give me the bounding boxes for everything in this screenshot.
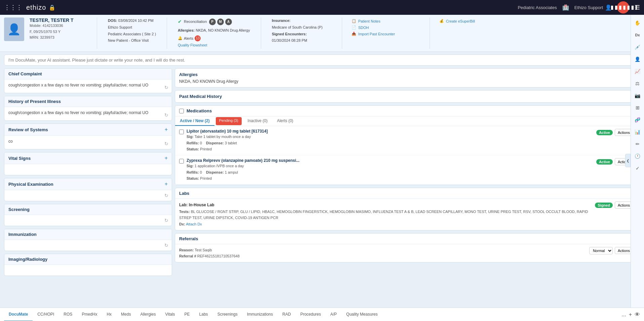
lab-actions-label: Actions <box>618 203 630 207</box>
create-esuperbill-link[interactable]: 💰 Create eSuperBill <box>439 19 508 23</box>
dx-icon[interactable]: Dx <box>632 30 643 40</box>
dispense-label-2: Dispense: <box>206 170 224 174</box>
ros-text: co <box>8 138 168 144</box>
physical-exam-header: Physical Examination + <box>4 178 172 190</box>
vital-signs-add-button[interactable]: + <box>165 155 168 161</box>
tab-inactive[interactable]: Inactive (0) <box>243 116 272 126</box>
alerts-label: Alerts <box>184 36 193 40</box>
imaging-body <box>4 265 172 276</box>
attach-dx-link[interactable]: Attach Dx <box>186 222 202 226</box>
ros-add-button[interactable]: + <box>165 127 168 133</box>
lab-item-1: Lab: In-House Lab Tests: BL GLUCOSE / RG… <box>175 199 640 230</box>
past-medical-history-title: Past Medical History <box>179 94 636 99</box>
sig-label-1: Sig: <box>187 135 194 139</box>
chief-complaint-refresh[interactable]: ↻ <box>164 85 168 90</box>
tab-pending[interactable]: Pending (3) <box>216 117 242 125</box>
med-checkbox-2[interactable] <box>179 159 184 164</box>
tab-alerts[interactable]: Alerts (0) <box>272 116 298 126</box>
medications-checkbox[interactable] <box>179 109 184 113</box>
referral-reason-value: Test Saqib <box>195 248 212 252</box>
building-icon: 🏥 <box>562 4 569 11</box>
signed-encounters-date: 01/30/2024 08:28 PM <box>272 37 331 44</box>
grid-icon[interactable]: ⋮⋮⋮ <box>4 4 22 11</box>
med-active-badge-1: Active <box>596 130 613 135</box>
right-sidebar: ❮ ✋ Dx 💉 👤 📈 ⚖ 📷 ⊞ 🧬 📊 ✏ 🕐 ✓ <box>631 15 644 293</box>
status-label-1: Status: <box>187 147 199 151</box>
imaging-title: Imaging/Radiology <box>8 257 47 262</box>
patient-mrn: MRN: 3239973 <box>30 35 90 41</box>
site-name: Pediatric Associates ( Site 2 ) <box>108 31 156 38</box>
med-name-2: Zyprexa Relprevv (olanzapine pamoate) 21… <box>187 158 594 163</box>
medication-item-2: Zyprexa Relprevv (olanzapine pamoate) 21… <box>175 155 640 185</box>
chief-complaint-header: Chief Complaint <box>4 69 172 79</box>
referral-row-1: Reason: Test Saqib Referral # REF4621518… <box>179 247 636 259</box>
grid-icon[interactable]: ⊞ <box>632 102 643 113</box>
header-actions-section: 📋 Patient Notes 📄 SDOH 📥 Import Past Enc… <box>349 17 423 49</box>
ros-section: Review of Systems + co ↻ <box>4 123 172 149</box>
ai-input[interactable] <box>8 58 629 63</box>
chart-line-icon[interactable]: 📈 <box>632 66 643 77</box>
ros-refresh[interactable]: ↻ <box>164 141 168 146</box>
physical-exam-refresh[interactable]: ↻ <box>164 193 168 198</box>
person-plus-icon[interactable]: 👤 <box>632 54 643 65</box>
physical-exam-add-button[interactable]: + <box>165 181 168 187</box>
badge-m: M <box>217 19 224 25</box>
tests-value: BL GLUCOSE / RGNT STRP, GLU / LIPID, HBA… <box>179 210 588 220</box>
referral-status-select[interactable]: Normal <box>589 247 613 254</box>
clock-icon[interactable]: 🕐 <box>632 151 643 162</box>
allergies-card: Allergies NKDA, NO KNOWN Drug Allergy <box>175 68 640 87</box>
provider-name: Ethizo Support <box>108 24 156 31</box>
hand-icon[interactable]: ✋ <box>632 17 643 28</box>
rec-badges: P M A <box>209 19 232 25</box>
medications-card: Medications Active / New (2) Pending (3)… <box>175 105 640 185</box>
med-row-2: Zyprexa Relprevv (olanzapine pamoate) 21… <box>179 158 636 182</box>
med-detail-1: Sig: Take 1 tablet by mouth once a day R… <box>187 134 594 152</box>
sig-value-2: 1 application IVPB once a day <box>195 164 244 168</box>
dna-icon[interactable]: 🧬 <box>632 114 643 125</box>
hpi-refresh[interactable]: ↻ <box>164 112 168 118</box>
bar-chart-icon[interactable]: 📊 <box>632 127 643 137</box>
med-checkbox-1[interactable] <box>179 130 184 134</box>
reconciliation-row: ✔ Reconciliation P M A <box>178 17 250 26</box>
header-separator-3 <box>261 17 261 49</box>
immunization-refresh[interactable]: ↻ <box>164 243 168 248</box>
scale-icon[interactable]: ⚖ <box>632 78 643 89</box>
header-separator-5 <box>430 17 430 49</box>
patient-notes-link[interactable]: 📋 Patient Notes <box>352 19 420 23</box>
lab-name-row: Lab: In-House Lab <box>179 202 592 208</box>
camera-icon[interactable]: 📷 <box>632 90 643 101</box>
quality-flowsheet-link[interactable]: Quality Flowsheet <box>178 42 250 49</box>
patient-notes-label: Patient Notes <box>358 19 380 23</box>
import-icon: 📥 <box>352 32 356 36</box>
ros-title: Review of Systems <box>8 127 48 132</box>
left-column: Chief Complaint cough/congestion x a few… <box>4 68 172 276</box>
lab-actions-row: Signed Actions ▾ <box>595 202 636 209</box>
badge-a: A <box>225 19 232 25</box>
med-active-badge-2: Active <box>596 159 613 165</box>
tab-active-new[interactable]: Active / New (2) <box>175 116 214 126</box>
sig-value-1: Take 1 tablet by mouth once a day <box>195 135 251 139</box>
medications-title: Medications <box>187 108 212 113</box>
med-actions-label-1: Actions <box>618 131 630 135</box>
med-name-1: Lipitor (atorvastatin) 10 mg tablet [617… <box>187 129 594 134</box>
checkmark-icon[interactable]: ✓ <box>632 163 643 174</box>
med-info-2: Zyprexa Relprevv (olanzapine pamoate) 21… <box>187 158 594 182</box>
pencil-icon[interactable]: ✏ <box>632 139 643 149</box>
header-separator-2 <box>167 17 167 49</box>
alerts-button[interactable]: 🔔 Alerts 13 <box>178 35 250 41</box>
hamburger-icon[interactable]: ☰ <box>635 4 640 11</box>
import-past-encounter-link[interactable]: 📥 Import Past Encounter <box>352 32 420 36</box>
screening-refresh[interactable]: ↻ <box>164 218 168 223</box>
syringe-icon[interactable]: 💉 <box>632 42 643 52</box>
patient-mobile: Mobile: 4142133036 <box>30 23 90 29</box>
immunization-body: ↻ <box>4 240 172 251</box>
patient-dob: F, 09/25/1970 53 Y <box>30 29 90 35</box>
sidebar-collapse-button[interactable]: ❮ <box>625 154 631 167</box>
mic-button[interactable]: ▐▌▐▌▐▌▐▌▐▌▐▌▐ <box>617 1 629 13</box>
sdoh-link[interactable]: 📄 SDOH <box>352 25 420 30</box>
sdoh-icon: 📄 <box>352 25 356 30</box>
lab-value: In-House Lab <box>189 203 214 207</box>
badge-p: P <box>209 19 216 25</box>
ai-bar: ↻ <box>4 55 640 66</box>
lock-icon: 🔒 <box>49 4 55 11</box>
